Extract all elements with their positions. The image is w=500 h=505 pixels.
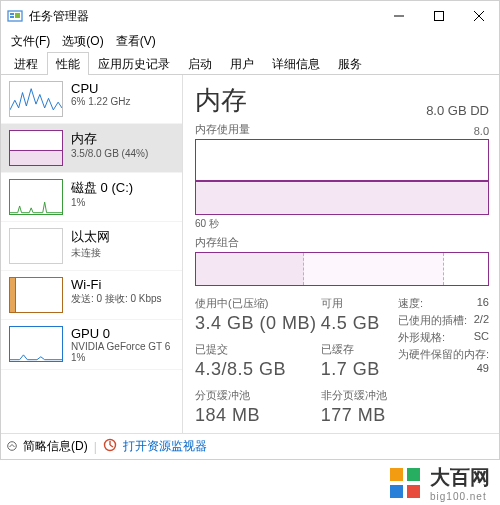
in-use-value: 3.4 GB (0 MB)	[195, 313, 321, 334]
avail-value: 4.5 GB	[321, 313, 398, 334]
svg-point-8	[8, 441, 17, 450]
cached-label: 已缓存	[321, 342, 398, 357]
usage-right: 8.0	[474, 125, 489, 137]
svg-rect-12	[390, 468, 403, 481]
form-value: SC	[474, 330, 489, 342]
stats: 使用中(已压缩) 3.4 GB (0 MB) 已提交 4.3/8.5 GB 分页…	[195, 296, 489, 426]
sidebar-gpu-sub: NVIDIA GeForce GT 6	[71, 341, 170, 352]
chevron-up-icon[interactable]	[7, 440, 17, 454]
brand-logo-icon	[388, 466, 422, 500]
footer: 简略信息(D) | 打开资源监视器	[1, 433, 499, 459]
wifi-thumbnail	[9, 277, 63, 313]
detail-pane: 内存 8.0 GB DD 内存使用量 8.0 60 秒 内存组合 使用中(已压缩…	[183, 75, 499, 433]
brand-name: 大百网	[430, 464, 490, 491]
svg-rect-2	[10, 16, 14, 18]
tab-processes[interactable]: 进程	[5, 52, 47, 75]
ethernet-thumbnail	[9, 228, 63, 264]
brand-url: big100.net	[430, 491, 490, 502]
tab-users[interactable]: 用户	[221, 52, 263, 75]
sidebar: CPU 6% 1.22 GHz 内存 3.5/8.0 GB (44%)	[1, 75, 183, 433]
sidebar-disk-sub: 1%	[71, 197, 133, 208]
commit-value: 4.3/8.5 GB	[195, 359, 321, 380]
svg-rect-1	[10, 13, 14, 15]
sidebar-gpu-label: GPU 0	[71, 326, 170, 341]
sidebar-gpu-pct: 1%	[71, 352, 170, 363]
fewer-details-link[interactable]: 简略信息(D)	[23, 438, 88, 455]
detail-total: 8.0 GB DD	[426, 103, 489, 118]
svg-rect-13	[407, 468, 420, 481]
sidebar-wifi-sub: 发送: 0 接收: 0 Kbps	[71, 292, 162, 306]
cached-value: 1.7 GB	[321, 359, 398, 380]
memory-composition-chart	[195, 252, 489, 286]
sidebar-ethernet-label: 以太网	[71, 228, 110, 246]
sidebar-memory-sub: 3.5/8.0 GB (44%)	[71, 148, 148, 159]
sidebar-item-disk[interactable]: 磁盘 0 (C:) 1%	[1, 173, 182, 222]
avail-label: 可用	[321, 296, 398, 311]
sidebar-cpu-sub: 6% 1.22 GHz	[71, 96, 130, 107]
svg-line-11	[110, 445, 113, 447]
commit-label: 已提交	[195, 342, 321, 357]
sidebar-wifi-label: Wi-Fi	[71, 277, 162, 292]
usage-label: 内存使用量	[195, 122, 250, 137]
app-icon	[7, 8, 23, 24]
hw-reserved-label: 为硬件保留的内存:	[398, 348, 489, 360]
memory-usage-chart	[195, 139, 489, 215]
window-title: 任务管理器	[29, 8, 379, 25]
tab-services[interactable]: 服务	[329, 52, 371, 75]
sidebar-item-cpu[interactable]: CPU 6% 1.22 GHz	[1, 75, 182, 124]
svg-rect-5	[435, 12, 444, 21]
speed-value: 16	[477, 296, 489, 308]
task-manager-window: 任务管理器 文件(F) 选项(O) 查看(V) 进程 性能 应用历史记录 启动 …	[0, 0, 500, 460]
in-use-label: 使用中(已压缩)	[195, 296, 321, 311]
time-label: 60 秒	[195, 217, 489, 231]
sidebar-item-gpu[interactable]: GPU 0 NVIDIA GeForce GT 6 1%	[1, 320, 182, 370]
slots-value: 2/2	[474, 313, 489, 325]
hw-reserved-value: 49	[477, 362, 489, 374]
sidebar-item-ethernet[interactable]: 以太网 未连接	[1, 222, 182, 271]
sidebar-item-wifi[interactable]: Wi-Fi 发送: 0 接收: 0 Kbps	[1, 271, 182, 320]
watermark-brand: 大百网 big100.net	[0, 461, 500, 505]
tab-startup[interactable]: 启动	[179, 52, 221, 75]
detail-title: 内存	[195, 83, 247, 118]
tab-details[interactable]: 详细信息	[263, 52, 329, 75]
speed-label: 速度:	[398, 297, 423, 309]
menu-file[interactable]: 文件(F)	[7, 33, 54, 50]
tab-performance[interactable]: 性能	[47, 52, 89, 75]
menu-options[interactable]: 选项(O)	[58, 33, 107, 50]
memory-thumbnail	[9, 130, 63, 166]
content: CPU 6% 1.22 GHz 内存 3.5/8.0 GB (44%)	[1, 75, 499, 433]
form-label: 外形规格:	[398, 331, 445, 343]
sidebar-ethernet-sub: 未连接	[71, 246, 110, 260]
svg-rect-3	[15, 13, 20, 18]
open-resmon-link[interactable]: 打开资源监视器	[123, 438, 207, 455]
cpu-thumbnail	[9, 81, 63, 117]
sidebar-disk-label: 磁盘 0 (C:)	[71, 179, 133, 197]
disk-thumbnail	[9, 179, 63, 215]
comp-label: 内存组合	[195, 235, 489, 250]
paged-label: 分页缓冲池	[195, 388, 321, 403]
sidebar-item-memory[interactable]: 内存 3.5/8.0 GB (44%)	[1, 124, 182, 173]
svg-rect-15	[407, 485, 420, 498]
slots-label: 已使用的插槽:	[398, 314, 467, 326]
minimize-button[interactable]	[379, 1, 419, 31]
titlebar[interactable]: 任务管理器	[1, 1, 499, 31]
nonpaged-value: 177 MB	[321, 405, 398, 426]
nonpaged-label: 非分页缓冲池	[321, 388, 398, 403]
window-controls	[379, 1, 499, 31]
svg-rect-14	[390, 485, 403, 498]
menubar: 文件(F) 选项(O) 查看(V)	[1, 31, 499, 51]
tabbar: 进程 性能 应用历史记录 启动 用户 详细信息 服务	[1, 51, 499, 75]
sidebar-memory-label: 内存	[71, 130, 148, 148]
maximize-button[interactable]	[419, 1, 459, 31]
paged-value: 184 MB	[195, 405, 321, 426]
tab-app-history[interactable]: 应用历史记录	[89, 52, 179, 75]
close-button[interactable]	[459, 1, 499, 31]
gpu-thumbnail	[9, 326, 63, 362]
resmon-icon	[103, 438, 117, 455]
menu-view[interactable]: 查看(V)	[112, 33, 160, 50]
sidebar-cpu-label: CPU	[71, 81, 130, 96]
